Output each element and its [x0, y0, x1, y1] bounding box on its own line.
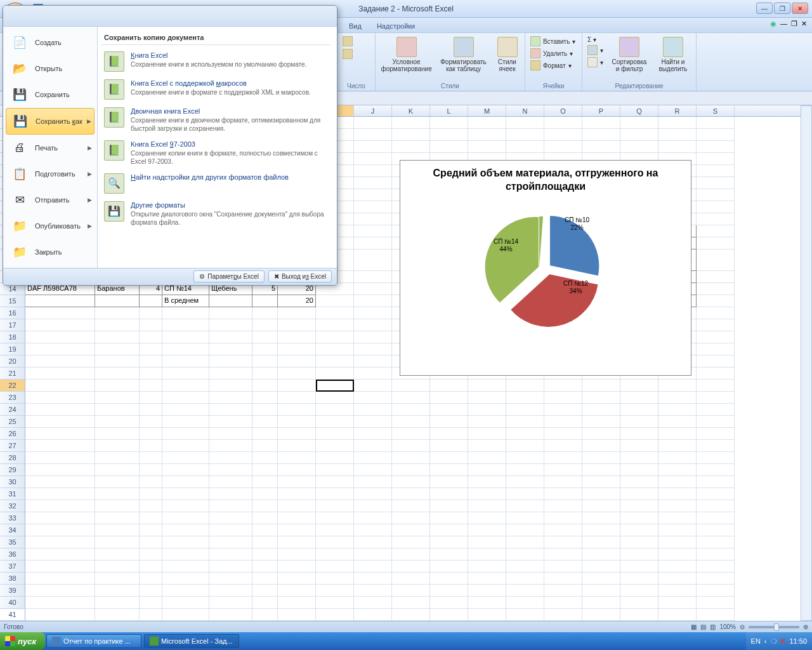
view-layout-icon[interactable]: ▤ [700, 623, 706, 630]
row-header[interactable]: 32 [0, 500, 25, 512]
tab-view[interactable]: Вид [341, 20, 369, 32]
cell[interactable] [25, 343, 95, 355]
cell[interactable] [140, 343, 162, 355]
cell[interactable] [430, 524, 468, 536]
cell[interactable] [316, 548, 354, 560]
cell[interactable] [430, 536, 468, 548]
cell[interactable] [658, 560, 697, 573]
cell[interactable] [582, 500, 620, 512]
cell[interactable] [354, 343, 392, 355]
cell[interactable] [354, 416, 392, 428]
decrease-decimal-icon[interactable] [341, 48, 354, 60]
cell[interactable] [544, 464, 582, 476]
menu-save-as[interactable]: 💾Сохранить как▶ [6, 108, 95, 135]
cell[interactable] [620, 488, 658, 500]
cell[interactable] [354, 153, 392, 165]
tab-addins[interactable]: Надстройки [369, 20, 422, 32]
cell[interactable] [316, 428, 354, 440]
cell[interactable] [25, 355, 95, 368]
cell[interactable] [506, 404, 544, 416]
cell[interactable] [506, 512, 544, 524]
cell[interactable] [162, 428, 209, 440]
cell[interactable] [354, 404, 392, 416]
cell[interactable] [278, 512, 316, 524]
cell[interactable] [209, 597, 252, 609]
cell[interactable] [95, 416, 140, 428]
cell[interactable] [620, 573, 658, 585]
cell[interactable] [430, 488, 468, 500]
maximize-button[interactable]: ❐ [774, 3, 790, 14]
cell[interactable] [95, 536, 140, 548]
cell[interactable] [162, 368, 209, 380]
cell[interactable] [25, 295, 95, 307]
cell[interactable] [658, 500, 697, 512]
cell[interactable] [278, 585, 316, 597]
cell[interactable] [468, 524, 506, 536]
cell[interactable] [316, 536, 354, 548]
cell[interactable] [95, 392, 140, 404]
cell[interactable] [506, 416, 544, 428]
cell[interactable] [140, 609, 162, 621]
conditional-formatting-button[interactable]: Условное форматирование [379, 36, 433, 74]
cell[interactable] [582, 560, 620, 573]
cell[interactable] [25, 464, 95, 476]
cell[interactable] [252, 488, 278, 500]
cell[interactable] [430, 117, 468, 129]
cell[interactable] [354, 488, 392, 500]
cell[interactable] [316, 380, 354, 392]
cell[interactable] [95, 476, 140, 488]
cell[interactable] [506, 452, 544, 464]
cell[interactable] [140, 536, 162, 548]
cell[interactable] [506, 117, 544, 129]
row-header[interactable]: 27 [0, 440, 25, 452]
cell[interactable] [209, 368, 252, 380]
cell[interactable] [697, 464, 735, 476]
format-cells-button[interactable]: Формат ▾ [529, 60, 578, 71]
cell[interactable] [209, 331, 252, 343]
cell[interactable] [582, 524, 620, 536]
cell[interactable] [209, 609, 252, 621]
cell[interactable] [95, 380, 140, 392]
cell[interactable] [620, 416, 658, 428]
cell[interactable] [697, 271, 735, 283]
doc-close-icon[interactable]: ✕ [801, 20, 807, 28]
cell[interactable] [697, 416, 735, 428]
cell[interactable] [354, 201, 392, 213]
cell[interactable] [658, 129, 697, 141]
cell[interactable] [95, 355, 140, 368]
cell[interactable] [140, 331, 162, 343]
cell[interactable] [697, 512, 735, 524]
cell[interactable] [354, 355, 392, 368]
cell[interactable] [430, 585, 468, 597]
cell[interactable] [354, 307, 392, 319]
menu-new[interactable]: 📄Создать [6, 30, 95, 55]
cell[interactable] [544, 500, 582, 512]
cell[interactable] [95, 368, 140, 380]
cell[interactable] [658, 440, 697, 452]
cell[interactable] [544, 536, 582, 548]
cell[interactable] [140, 440, 162, 452]
cell[interactable] [658, 609, 697, 621]
cell[interactable] [25, 428, 95, 440]
cell[interactable] [430, 476, 468, 488]
cell[interactable] [354, 213, 392, 225]
cell[interactable] [506, 548, 544, 560]
cell[interactable] [252, 476, 278, 488]
cell[interactable] [354, 609, 392, 621]
cell[interactable] [252, 573, 278, 585]
cell[interactable] [620, 392, 658, 404]
cell[interactable] [209, 319, 252, 331]
cell[interactable] [140, 452, 162, 464]
cell[interactable] [506, 585, 544, 597]
cell[interactable] [95, 488, 140, 500]
cell[interactable] [620, 440, 658, 452]
cell[interactable] [278, 380, 316, 392]
cell[interactable] [544, 609, 582, 621]
cell[interactable] [354, 476, 392, 488]
cell[interactable] [354, 464, 392, 476]
insert-cells-button[interactable]: Вставить ▾ [529, 36, 578, 47]
column-header[interactable]: R [658, 105, 697, 116]
cell[interactable] [252, 548, 278, 560]
cell[interactable] [392, 428, 430, 440]
cell[interactable] [392, 392, 430, 404]
